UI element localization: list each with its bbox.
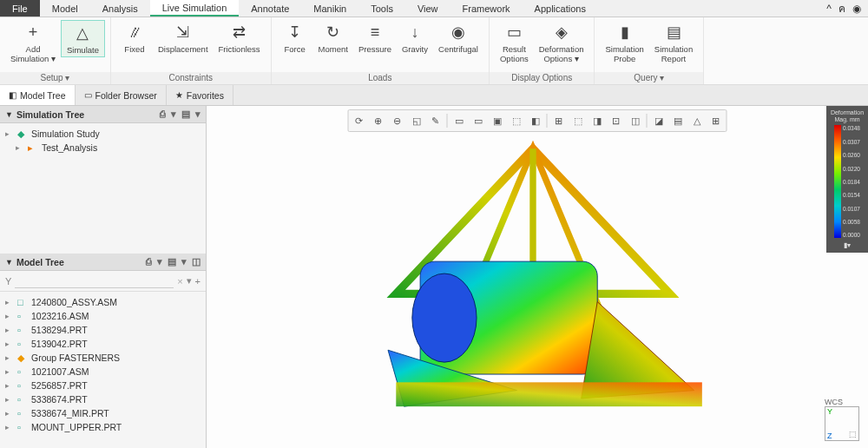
tab-model-tree[interactable]: ◧Model Tree (0, 85, 76, 105)
tree-item[interactable]: ▸▫1021007.ASM (5, 365, 201, 379)
wcs-indicator[interactable]: WCS Y Z ⬚ (825, 398, 859, 441)
tree-item[interactable]: ▸◆Group FASTERNERS (5, 351, 201, 365)
canvas-tool-8[interactable]: ⬚ (508, 112, 525, 129)
ribbon-sim-report[interactable]: ▤SimulationReport (649, 20, 698, 65)
ribbon-frictionless[interactable]: ⇄Frictionless (214, 20, 266, 56)
window-control-icon[interactable]: ◉ (852, 3, 861, 15)
panel-tool-icon[interactable]: ⎙ (160, 109, 166, 120)
ribbon-sim-probe[interactable]: ▮SimulationProbe (600, 20, 648, 65)
canvas-area[interactable]: ⟳⊕⊖◱✎▭▭▣⬚◧⊞⬚◨⊡◫◪▤△⊞ (207, 106, 868, 448)
panel-tool-icon[interactable]: ◫ (192, 256, 201, 267)
canvas-tool-5[interactable]: ▭ (450, 112, 468, 129)
ribbon-deform-opts[interactable]: ◈DeformationOptions ▾ (534, 20, 589, 65)
tree-item[interactable]: ▸□1240800_ASSY.ASM (5, 295, 201, 309)
ribbon-moment[interactable]: ↻Moment (313, 20, 353, 56)
expand-icon[interactable]: ▸ (5, 367, 14, 376)
expand-icon[interactable]: ▸ (5, 395, 14, 404)
menu-file[interactable]: File (0, 0, 40, 16)
canvas-tool-0[interactable]: ⟳ (351, 112, 368, 129)
ribbon-add-sim[interactable]: +AddSimulation ▾ (5, 20, 61, 65)
filter-input[interactable] (15, 273, 174, 288)
ribbon-simulate[interactable]: △Simulate (61, 20, 105, 57)
tab-icon: ◧ (9, 90, 16, 100)
expand-icon[interactable]: ▸ (5, 353, 14, 362)
expand-icon[interactable]: ▸ (5, 423, 14, 432)
menu-live-simulation[interactable]: Live Simulation (150, 0, 240, 16)
panel-tool-icon[interactable]: ⎙ (146, 256, 152, 267)
group-label[interactable]: Display Options (490, 72, 595, 84)
panel-tool-icon[interactable]: ▾ (181, 256, 187, 267)
tree-item[interactable]: ▸▫5338674.PRT (5, 392, 201, 406)
expand-icon[interactable]: ▸ (5, 339, 14, 348)
canvas-tool-11[interactable]: ⬚ (569, 112, 587, 129)
panel-tool-icon[interactable]: ▾ (157, 256, 162, 267)
group-label[interactable]: Constraints (111, 72, 271, 84)
expand-icon[interactable]: ▸ (5, 409, 14, 418)
sim-tree-header[interactable]: ▼ Simulation Tree ⎙ ▾ ▤ ▾ (0, 106, 206, 123)
canvas-tool-16[interactable]: ▤ (669, 112, 687, 129)
canvas-tool-14[interactable]: ◫ (627, 112, 644, 129)
tree-item[interactable]: ▸◆Simulation Study (5, 127, 201, 141)
tab-favorites[interactable]: ★Favorites (167, 85, 233, 105)
legend-footer-icon[interactable]: ▮▾ (828, 241, 866, 249)
model-tree-header[interactable]: ▼ Model Tree ⎙ ▾ ▤ ▾ ◫ (0, 254, 206, 271)
ribbon-fixed[interactable]: ⫽Fixed (116, 20, 153, 56)
add-icon[interactable]: + (195, 276, 201, 287)
panel-tool-icon[interactable]: ▾ (195, 109, 201, 120)
ribbon-centrifugal[interactable]: ◉Centrifugal (433, 20, 483, 56)
model-view[interactable] (285, 141, 781, 431)
ribbon-gravity[interactable]: ↓Gravity (397, 20, 433, 56)
filter-dropdown-icon[interactable]: ▾ (187, 275, 192, 287)
group-label[interactable]: Setup ▾ (0, 72, 110, 84)
menu-model[interactable]: Model (40, 0, 90, 16)
tree-item[interactable]: ▸▫5139042.PRT (5, 337, 201, 351)
tab-folder-browser[interactable]: ▭Folder Browser (76, 85, 167, 105)
menu-view[interactable]: View (405, 0, 450, 16)
menu-tools[interactable]: Tools (358, 0, 405, 16)
group-label[interactable]: Query ▾ (595, 72, 703, 84)
canvas-tool-1[interactable]: ⊕ (370, 112, 387, 129)
ribbon-pressure[interactable]: ≡Pressure (353, 20, 397, 56)
filter-icon[interactable]: Y (5, 276, 11, 287)
window-control-icon[interactable]: ^ (826, 3, 832, 15)
panel-tool-icon[interactable]: ▤ (168, 256, 176, 267)
expand-icon[interactable]: ▸ (5, 326, 14, 334)
ribbon-disp[interactable]: ⇲Displacement (153, 20, 214, 56)
expand-icon[interactable]: ▸ (5, 381, 14, 390)
clear-filter-icon[interactable]: × (177, 276, 182, 287)
panel-tool-icon[interactable]: ▤ (181, 109, 190, 120)
canvas-tool-9[interactable]: ◧ (527, 112, 544, 129)
menu-applications[interactable]: Applications (523, 0, 598, 16)
tree-item[interactable]: ▸▫5338674_MIR.PRT (5, 406, 201, 420)
panel-tool-icon[interactable]: ▾ (171, 109, 176, 120)
menu-analysis[interactable]: Analysis (90, 0, 150, 16)
menu-annotate[interactable]: Annotate (239, 0, 301, 16)
canvas-tool-15[interactable]: ◪ (650, 112, 667, 129)
window-control-icon[interactable]: ค (838, 0, 845, 16)
svg-rect-7 (396, 382, 702, 406)
canvas-tool-18[interactable]: ⊞ (707, 112, 725, 129)
tree-item[interactable]: ▸▫1023216.ASM (5, 309, 201, 323)
canvas-tool-10[interactable]: ⊞ (550, 112, 568, 129)
ribbon-force[interactable]: ↧Force (277, 20, 313, 56)
canvas-tool-17[interactable]: △ (688, 112, 706, 129)
canvas-tool-13[interactable]: ⊡ (608, 112, 625, 129)
canvas-tool-3[interactable]: ◱ (408, 112, 425, 129)
menu-framework[interactable]: Framework (450, 0, 523, 16)
expand-icon[interactable]: ▸ (5, 129, 14, 138)
canvas-tool-12[interactable]: ◨ (589, 112, 606, 129)
tree-item[interactable]: ▸▫5256857.PRT (5, 379, 201, 392)
tree-item[interactable]: ▸▫5138294.PRT (5, 323, 201, 337)
menu-manikin[interactable]: Manikin (301, 0, 358, 16)
canvas-tool-4[interactable]: ✎ (427, 112, 444, 129)
canvas-tool-6[interactable]: ▭ (470, 112, 487, 129)
tree-item[interactable]: ▸▸Test_Analysis (5, 141, 201, 155)
tree-item[interactable]: ▸▫MOUNT_UPPER.PRT (5, 420, 201, 434)
group-label[interactable]: Loads (272, 72, 489, 84)
expand-icon[interactable]: ▸ (16, 143, 24, 152)
ribbon-result-opts[interactable]: ▭ResultOptions (495, 20, 534, 65)
expand-icon[interactable]: ▸ (5, 312, 14, 320)
canvas-tool-2[interactable]: ⊖ (389, 112, 406, 129)
expand-icon[interactable]: ▸ (5, 298, 14, 306)
canvas-tool-7[interactable]: ▣ (489, 112, 506, 129)
